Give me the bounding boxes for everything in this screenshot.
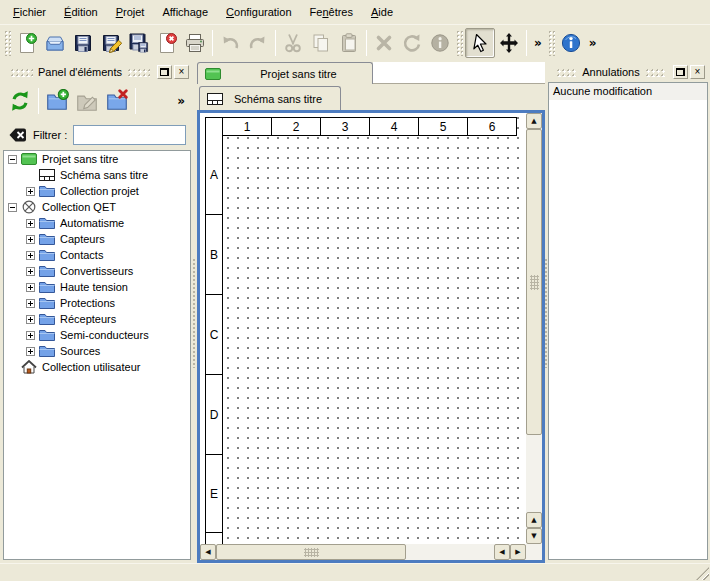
scroll-up-button[interactable]: ▲ — [526, 113, 542, 129]
cursor-icon — [469, 32, 491, 54]
toolbar-drag-handle[interactable] — [4, 30, 11, 56]
column-header-cell: 5 — [418, 117, 468, 136]
toolbar-drag-handle[interactable] — [456, 30, 463, 56]
expand-icon[interactable] — [26, 315, 35, 324]
expand-icon[interactable] — [26, 347, 35, 356]
overflow-chevron[interactable]: » — [530, 36, 546, 50]
tree-item[interactable]: Récepteurs — [4, 311, 190, 327]
schema-canvas[interactable]: 123456 ABCDE — [200, 113, 526, 544]
menu-edition[interactable]: Édition — [55, 2, 107, 22]
menu-fenetres[interactable]: Fenêtres — [301, 2, 362, 22]
expand-icon[interactable] — [26, 283, 35, 292]
horizontal-scroll-thumb[interactable] — [216, 544, 406, 560]
column-header-cell: 6 — [467, 117, 517, 136]
expand-icon[interactable] — [26, 267, 35, 276]
dock-drag-handle[interactable] — [556, 68, 577, 77]
folder-add-icon — [45, 89, 69, 113]
close-button[interactable]: × — [690, 65, 705, 79]
close-button[interactable]: × — [174, 65, 189, 79]
redo-button — [244, 29, 272, 57]
paste-icon — [338, 32, 360, 54]
new-category-button[interactable] — [42, 86, 72, 116]
menu-aide[interactable]: Aide — [362, 2, 402, 22]
column-header-cell: 4 — [369, 117, 419, 136]
menu-affichage[interactable]: Affichage — [153, 2, 217, 22]
filter-input[interactable] — [73, 125, 186, 145]
menu-projet[interactable]: Projet — [107, 2, 154, 22]
collapse-icon[interactable] — [8, 203, 17, 212]
tree-item[interactable]: Protections — [4, 295, 190, 311]
main-toolbar: »» — [0, 24, 710, 60]
menu-configuration[interactable]: Configuration — [217, 2, 300, 22]
expand-icon[interactable] — [26, 331, 35, 340]
tree-item[interactable]: Semi-conducteurs — [4, 327, 190, 343]
scroll-up-button[interactable]: ▲ — [526, 512, 542, 528]
vertical-scrollbar[interactable]: ▲ ▲ ▼ — [526, 113, 542, 544]
column-header-cell: 2 — [271, 117, 321, 136]
tab-schema[interactable]: Schéma sans titre — [199, 86, 341, 110]
tree-item[interactable]: Automatisme — [4, 215, 190, 231]
save-button[interactable] — [69, 29, 97, 57]
toolbar-drag-handle[interactable] — [548, 30, 555, 56]
tree-item[interactable]: Sources — [4, 343, 190, 359]
overflow-chevron[interactable]: » — [173, 94, 189, 108]
new-document-button[interactable] — [13, 29, 41, 57]
horizontal-scrollbar[interactable]: ◀ ◀ ▶ — [200, 544, 526, 560]
scroll-down-button[interactable]: ▼ — [526, 528, 542, 544]
tree-item[interactable]: Contacts — [4, 247, 190, 263]
close-document-button[interactable] — [153, 29, 181, 57]
scroll-right-button[interactable]: ▶ — [510, 544, 526, 560]
dock-drag-handle[interactable] — [127, 68, 150, 77]
filter-clear-icon[interactable] — [8, 126, 27, 144]
tree-item[interactable]: Collection projet — [4, 183, 190, 199]
tab-project[interactable]: Projet sans titre — [197, 62, 373, 84]
tree-item[interactable]: Collection QET — [4, 199, 190, 215]
dock-drag-handle[interactable] — [645, 68, 666, 77]
print-button[interactable] — [181, 29, 209, 57]
menu-fichier[interactable]: Fichier — [4, 2, 55, 22]
tree-item[interactable]: Capteurs — [4, 231, 190, 247]
tree-item[interactable]: Projet sans titre — [4, 151, 190, 167]
toolbar-separator — [275, 30, 276, 56]
blue-folder-icon — [39, 312, 55, 326]
undo-history-item[interactable]: Aucune modification — [549, 83, 707, 100]
save-all-button[interactable] — [125, 29, 153, 57]
blue-folder-icon — [39, 264, 55, 278]
about-qet-button[interactable] — [557, 29, 585, 57]
overflow-chevron[interactable]: » — [585, 36, 601, 50]
tree-item[interactable]: Schéma sans titre — [4, 167, 190, 183]
expand-icon[interactable] — [26, 187, 35, 196]
scroll-left-button[interactable]: ◀ — [494, 544, 510, 560]
dock-drag-handle[interactable] — [10, 68, 33, 77]
scrollbar-corner — [526, 544, 542, 560]
move-tool-button[interactable] — [495, 29, 523, 57]
float-button[interactable] — [157, 65, 172, 79]
mdi-area: Projet sans titre Schéma sans titre 1234… — [196, 62, 546, 563]
float-button[interactable] — [673, 65, 688, 79]
tree-item[interactable]: Collection utilisateur — [4, 359, 190, 375]
rotate-button — [398, 29, 426, 57]
expand-icon[interactable] — [26, 251, 35, 260]
tree-item[interactable]: Convertisseurs — [4, 263, 190, 279]
expand-icon[interactable] — [26, 299, 35, 308]
delete-category-button[interactable] — [102, 86, 132, 116]
print-icon — [184, 32, 206, 54]
folder-delete-icon — [105, 89, 129, 113]
save-as-button[interactable] — [97, 29, 125, 57]
open-document-button[interactable] — [41, 29, 69, 57]
expand-icon[interactable] — [26, 235, 35, 244]
select-tool-button[interactable] — [465, 28, 495, 58]
delete-button — [370, 29, 398, 57]
expand-icon[interactable] — [26, 219, 35, 228]
collapse-icon[interactable] — [8, 155, 17, 164]
blue-folder-icon — [39, 184, 55, 198]
scroll-left-button[interactable]: ◀ — [200, 544, 216, 560]
tree-item[interactable]: Haute tension — [4, 279, 190, 295]
vertical-scroll-thumb[interactable] — [526, 129, 542, 435]
reload-collections-button[interactable] — [5, 86, 35, 116]
resize-grip[interactable] — [696, 567, 709, 580]
blue-folder-icon — [39, 328, 55, 342]
toolbar-separator — [38, 88, 39, 114]
blue-folder-icon — [39, 344, 55, 358]
folder-edit-icon — [75, 89, 99, 113]
